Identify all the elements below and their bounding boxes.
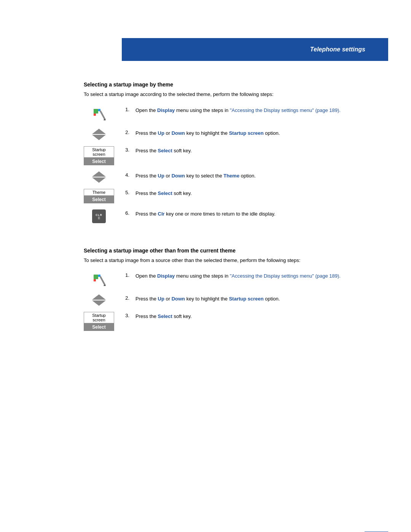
s2-step-3-icon-col: Startup screen Select (84, 312, 114, 331)
svg-line-8 (100, 277, 105, 285)
up-key: Up (158, 130, 164, 136)
select-button-1[interactable]: Select (84, 158, 114, 165)
select-ref-2: Select (158, 190, 172, 196)
clr-ref: Clr (158, 211, 165, 217)
select-ref-1: Select (158, 148, 172, 153)
step-6-text: Press the Clr key one or more times to r… (135, 209, 388, 218)
clr-key-icon: CLR ||| (92, 209, 106, 223)
step-5-text: Press the Select soft key. (135, 189, 388, 197)
svg-rect-7 (94, 279, 96, 281)
step-3-number: 3. (120, 146, 129, 153)
step-1-text: Open the Display menu using the steps in… (135, 106, 388, 114)
s2-step-3-number: 3. (120, 312, 129, 318)
nav-keys-icon-2 (92, 171, 106, 183)
theme-ref: Theme (223, 173, 239, 179)
step-2-text: Press the Up or Down key to highlight th… (135, 129, 388, 137)
step-3: Startup screen Select 3. Press the Selec… (84, 146, 388, 165)
arrow-down-icon-3 (92, 300, 106, 306)
section2-heading: Selecting a startup image other than fro… (84, 248, 388, 254)
step-6-number: 6. (120, 209, 129, 216)
display-link-2[interactable]: Display (157, 273, 175, 279)
s2-step-3: Startup screen Select 3. Press the Selec… (84, 312, 388, 331)
up-key-2: Up (158, 173, 164, 179)
s2-step-2-icon-col (84, 294, 114, 306)
startup-screen-select-wrapper: Startup screen Select (84, 146, 114, 165)
arrow-up-icon-3 (92, 294, 106, 300)
up-key-3: Up (158, 296, 164, 302)
step-5-icon-col: Theme Select (84, 189, 114, 203)
down-key-2: Down (172, 173, 185, 179)
step-2-number: 2. (120, 129, 129, 135)
display-menu-icon (91, 106, 107, 123)
section2-intro: To select a startup image from a source … (84, 257, 388, 264)
s2-step-1-text: Open the Display menu using the steps in… (135, 272, 388, 280)
nav-keys-icon (92, 129, 106, 140)
step-3-icon-col: Startup screen Select (84, 146, 114, 165)
theme-select-wrapper: Theme Select (84, 189, 114, 203)
arrow-down-icon-2 (92, 177, 106, 183)
step-4-number: 4. (120, 171, 129, 178)
svg-rect-5 (94, 275, 98, 279)
step-4: 4. Press the Up or Down key to select th… (84, 171, 388, 183)
accessing-link-2[interactable]: "Accessing the Display settings menu" (p… (230, 273, 341, 279)
section1-intro: To select a startup image according to t… (84, 91, 388, 98)
display-link[interactable]: Display (157, 107, 175, 113)
header-bar: Telephone settings (122, 38, 388, 61)
step-4-icon-col (84, 171, 114, 183)
step-1-number: 1. (120, 106, 129, 112)
arrow-down-icon (92, 135, 106, 140)
s2-step-1-icon-col (84, 272, 114, 288)
s2-startup-screen-label: Startup screen (84, 312, 114, 323)
step-6-icon-col: CLR ||| (84, 209, 114, 223)
step-1-icon-col (84, 106, 114, 123)
clr-label-top: CLR (96, 214, 102, 216)
s2-step-1-number: 1. (120, 272, 129, 278)
theme-label: Theme (84, 189, 114, 196)
step-4-text: Press the Up or Down key to select the T… (135, 171, 388, 180)
down-key: Down (172, 130, 185, 136)
section1-heading: Selecting a startup image by theme (84, 81, 388, 88)
svg-rect-2 (94, 113, 96, 116)
step-1: 1. Open the Display menu using the steps… (84, 106, 388, 123)
startup-screen-ref-2: Startup screen (229, 296, 264, 302)
step-6: CLR ||| 6. Press the Clr key one or more… (84, 209, 388, 223)
page-container: Telephone settings Selecting a startup i… (0, 38, 411, 532)
header-title: Telephone settings (310, 46, 365, 53)
arrow-up-icon (92, 129, 106, 134)
s2-step-3-text: Press the Select soft key. (135, 312, 388, 320)
step-2: 2. Press the Up or Down key to highlight… (84, 129, 388, 140)
nav-keys-icon-3 (92, 294, 106, 306)
svg-line-3 (100, 111, 105, 120)
arrow-up-icon-2 (92, 171, 106, 177)
svg-rect-0 (94, 109, 98, 113)
clr-label-bottom: ||| (98, 216, 100, 219)
select-button-3[interactable]: Select (84, 323, 114, 331)
s2-step-2-number: 2. (120, 294, 129, 301)
accessing-link[interactable]: "Accessing the Display settings menu" (p… (230, 107, 341, 113)
s2-step-1: 1. Open the Display menu using the steps… (84, 272, 388, 288)
s2-startup-select-wrapper: Startup screen Select (84, 312, 114, 331)
step-3-text: Press the Select soft key. (135, 146, 388, 155)
select-button-2[interactable]: Select (84, 196, 114, 203)
startup-screen-ref: Startup screen (229, 130, 264, 136)
s2-step-2: 2. Press the Up or Down key to highlight… (84, 294, 388, 306)
main-content: Selecting a startup image by theme To se… (0, 61, 411, 360)
startup-screen-label: Startup screen (84, 146, 114, 158)
step-5-number: 5. (120, 189, 129, 195)
select-ref-3: Select (158, 313, 172, 319)
display-menu-icon-2 (91, 272, 107, 288)
down-key-3: Down (172, 296, 185, 302)
step-2-icon-col (84, 129, 114, 140)
s2-step-2-text: Press the Up or Down key to highlight th… (135, 294, 388, 303)
step-5: Theme Select 5. Press the Select soft ke… (84, 189, 388, 203)
